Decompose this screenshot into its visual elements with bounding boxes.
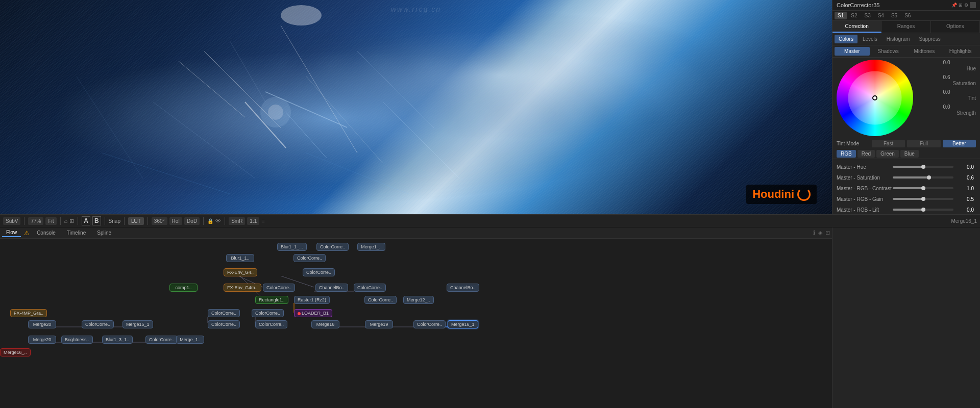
- toolbar-ratio[interactable]: 1:1: [247, 217, 259, 225]
- ng-icon-layout[interactable]: ⊡: [825, 230, 830, 236]
- node-brightness[interactable]: Brightness..: [61, 336, 93, 344]
- s-tab-s4[interactable]: S4: [875, 12, 887, 19]
- node-loaderb1[interactable]: LOADER_B1: [294, 309, 332, 317]
- lift-slider[interactable]: [893, 209, 953, 211]
- contrast-slider-thumb[interactable]: [921, 186, 925, 190]
- node-colorcorre11[interactable]: ColorCorre..: [255, 320, 287, 328]
- tab-suppress[interactable]: Suppress: [915, 35, 944, 43]
- toolbar-subv[interactable]: SubV: [3, 217, 20, 225]
- ng-icon-net[interactable]: ◈: [818, 230, 822, 236]
- color-wheel-wrapper[interactable]: [837, 60, 913, 136]
- node-merge12[interactable]: Merge12_..: [403, 296, 434, 304]
- viewport-container[interactable]: www.rrcg.cn Houdini: [0, 0, 832, 214]
- gain-slider-thumb[interactable]: [921, 197, 925, 201]
- node-colorcorre13[interactable]: ColorCorre..: [145, 336, 178, 344]
- node-merge15[interactable]: Merge15_1: [122, 320, 153, 328]
- toolbar-icon-eye[interactable]: 👁: [215, 218, 221, 224]
- toolbar-rol[interactable]: RoI: [169, 217, 183, 225]
- toolbar-icon-lock[interactable]: 🔒: [207, 218, 213, 224]
- tab-ranges[interactable]: Ranges: [881, 21, 930, 33]
- gain-slider[interactable]: [893, 198, 953, 200]
- toolbar-dod[interactable]: DoD: [184, 217, 200, 225]
- ch-btn-blue[interactable]: Blue: [900, 150, 919, 158]
- hue-slider-thumb[interactable]: [921, 165, 925, 169]
- s-tab-s6[interactable]: S6: [901, 12, 914, 19]
- node-fxenvg4[interactable]: FX-Env_G4..: [224, 268, 257, 276]
- color-swatch[interactable]: [970, 2, 976, 8]
- node-channelbo2[interactable]: ChannelBo..: [447, 284, 479, 292]
- toolbar-icon-menu[interactable]: ≡: [261, 218, 264, 224]
- node-merge19[interactable]: Merge19: [365, 320, 393, 328]
- toolbar-smr[interactable]: SmR: [229, 217, 245, 225]
- tab-correction[interactable]: Correction: [832, 21, 881, 33]
- node-fx4mp[interactable]: FX-4MP_Gra..: [10, 309, 47, 317]
- color-wheel[interactable]: [837, 60, 913, 136]
- saturation-slider[interactable]: [893, 176, 953, 178]
- toolbar-icon-a[interactable]: A: [82, 216, 90, 225]
- grid-icon[interactable]: ⊞: [959, 3, 963, 8]
- node-colorcorre9[interactable]: ColorCorre..: [82, 320, 114, 328]
- ch-btn-rgb[interactable]: RGB: [837, 150, 856, 158]
- node-graph-canvas[interactable]: Blur1_1_... ColorCorre.. Merge1_.. Blur1…: [0, 239, 832, 408]
- node-merge20b[interactable]: Merge20: [28, 336, 56, 344]
- toolbar-zoom[interactable]: 77%: [28, 217, 43, 225]
- node-merge1b[interactable]: Merge_1..: [176, 336, 204, 344]
- s-tab-s1[interactable]: S1: [835, 12, 847, 19]
- node-colorcorre4[interactable]: ColorCorre..: [263, 284, 295, 292]
- s-tab-s5[interactable]: S5: [888, 12, 900, 19]
- toolbar-icon-home[interactable]: ⌂: [64, 218, 68, 224]
- node-colorcorre10[interactable]: ColorCorre..: [208, 320, 240, 328]
- settings-icon[interactable]: ⚙: [964, 3, 968, 8]
- node-fxenvg4m[interactable]: FX-Env_G4m..: [224, 284, 261, 292]
- ng-icon-info[interactable]: ℹ: [813, 230, 815, 236]
- ch-btn-green[interactable]: Green: [876, 150, 899, 158]
- tab-highlights[interactable]: Highlights: [943, 47, 978, 56]
- tab-levels[interactable]: Levels: [859, 35, 881, 43]
- node-colorcorre1[interactable]: ColorCorre..: [316, 243, 349, 251]
- ng-tab-spline[interactable]: Spline: [93, 229, 115, 237]
- contrast-slider[interactable]: [893, 187, 953, 189]
- toolbar-icon-grid[interactable]: ⊞: [69, 218, 74, 224]
- node-merge16b[interactable]: Merge16_..: [0, 348, 31, 356]
- node-merge16[interactable]: Merge16: [311, 320, 339, 328]
- node-merge20[interactable]: Merge20: [28, 320, 56, 328]
- node-blur2[interactable]: Blur1_1..: [226, 254, 254, 262]
- s-tab-s2[interactable]: S2: [848, 12, 860, 19]
- hue-slider[interactable]: [893, 166, 953, 168]
- toolbar-angle[interactable]: 360°: [152, 217, 167, 225]
- ch-btn-red[interactable]: Red: [857, 150, 875, 158]
- node-colorcorre6[interactable]: ColorCorre..: [364, 296, 397, 304]
- node-blur1[interactable]: Blur1_1_...: [277, 243, 307, 251]
- node-merge1[interactable]: Merge1_..: [357, 243, 385, 251]
- wheel-dot[interactable]: [872, 95, 877, 100]
- node-colorcorre7[interactable]: ColorCorre..: [208, 309, 240, 317]
- node-merge16-1[interactable]: Merge16_1: [448, 320, 478, 328]
- lift-slider-thumb[interactable]: [921, 208, 925, 212]
- node-rectangle1[interactable]: Rectangle1..: [255, 296, 288, 304]
- ng-tab-timeline[interactable]: Timeline: [63, 229, 90, 237]
- node-colorcorre8[interactable]: ColorCorre..: [252, 309, 284, 317]
- tab-options[interactable]: Options: [931, 21, 980, 33]
- node-blur3[interactable]: Blur1_3_1..: [102, 336, 133, 344]
- tint-btn-better[interactable]: Better: [943, 140, 976, 147]
- node-raster1[interactable]: Raster1 (Rz2): [294, 296, 330, 304]
- pin-icon[interactable]: 📌: [951, 3, 957, 8]
- toolbar-lut[interactable]: LUT: [128, 217, 144, 225]
- node-colorcorre12[interactable]: ColorCorre..: [413, 320, 446, 328]
- tint-btn-fast[interactable]: Fast: [872, 140, 905, 147]
- toolbar-snap[interactable]: Snap: [109, 218, 120, 224]
- node-colorcorre5[interactable]: ColorCorre..: [354, 284, 386, 292]
- node-channelbo1[interactable]: ChannelBo..: [315, 284, 348, 292]
- node-comp1[interactable]: comp1..: [169, 284, 198, 292]
- saturation-slider-thumb[interactable]: [927, 175, 931, 180]
- tab-master[interactable]: Master: [835, 47, 870, 56]
- tint-btn-full[interactable]: Full: [907, 140, 940, 147]
- tab-midtones[interactable]: Midtones: [907, 47, 942, 56]
- s-tab-s3[interactable]: S3: [861, 12, 873, 19]
- tab-shadows[interactable]: Shadows: [871, 47, 906, 56]
- tab-colors[interactable]: Colors: [835, 35, 857, 43]
- toolbar-icon-b[interactable]: B: [92, 216, 101, 225]
- node-colorcorre2[interactable]: ColorCorre..: [293, 254, 326, 262]
- ng-tab-console[interactable]: Console: [33, 229, 60, 237]
- ng-tab-flow[interactable]: Flow: [2, 228, 21, 237]
